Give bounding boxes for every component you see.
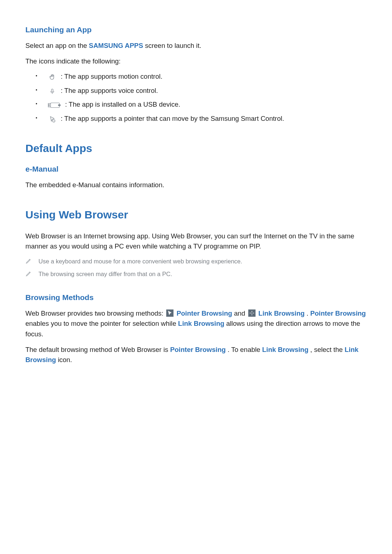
svg-point-9 xyxy=(250,312,250,313)
svg-point-6 xyxy=(53,119,55,122)
svg-point-8 xyxy=(252,314,252,315)
text: icon. xyxy=(58,356,72,364)
text: Select an app on the xyxy=(25,42,89,49)
list-item-text: : The app is installed on a USB device. xyxy=(65,100,180,108)
note-row: The browsing screen may differ from that… xyxy=(25,270,367,279)
svg-point-11 xyxy=(252,312,252,313)
svg-rect-0 xyxy=(52,89,53,92)
browsing-methods-p1: Web Browser provides two browsing method… xyxy=(25,308,367,340)
text: screen to launch it. xyxy=(145,42,201,49)
list-item-text: : The app supports a pointer that can mo… xyxy=(61,115,284,122)
text: Web Browser provides two browsing method… xyxy=(25,309,165,317)
term-link-browsing: Link Browsing xyxy=(258,309,305,317)
web-browser-text: Web Browser is an Internet browsing app.… xyxy=(25,231,367,252)
pointer-browsing-icon xyxy=(166,309,173,317)
mic-icon xyxy=(47,86,57,97)
note-text: The browsing screen may differ from that… xyxy=(38,270,367,279)
pointer-icon xyxy=(47,114,57,124)
text: The default browsing method of Web Brows… xyxy=(25,346,170,353)
list-item: : The app supports voice control. xyxy=(36,86,367,96)
link-browsing-icon xyxy=(248,309,256,317)
page: Launching an App Select an app on the SA… xyxy=(0,0,392,392)
hand-icon xyxy=(47,72,57,82)
heading-launching-an-app: Launching an App xyxy=(25,25,367,34)
list-item: : The app supports a pointer that can mo… xyxy=(36,114,367,124)
svg-point-10 xyxy=(253,312,254,313)
note-text: Use a keyboard and mouse for a more conv… xyxy=(38,257,367,266)
usb-icon xyxy=(47,100,62,110)
note-row: Use a keyboard and mouse for a more conv… xyxy=(25,257,367,266)
term-pointer-browsing: Pointer Browsing xyxy=(170,346,226,353)
heading-default-apps: Default Apps xyxy=(25,142,367,155)
pencil-icon xyxy=(25,270,33,278)
link-samsung-apps: SAMSUNG APPS xyxy=(89,42,143,49)
list-item-text: : The app supports motion control. xyxy=(61,73,162,80)
term-link-browsing: Link Browsing xyxy=(262,346,308,353)
text: . To enable xyxy=(228,346,262,353)
launching-intro: Select an app on the SAMSUNG APPS screen… xyxy=(25,41,367,51)
term-pointer-browsing: Pointer Browsing xyxy=(176,309,232,317)
icons-intro: The icons indicate the following: xyxy=(25,56,367,67)
text: . xyxy=(306,309,310,317)
browsing-methods-p2: The default browsing method of Web Brows… xyxy=(25,345,367,365)
text: and xyxy=(234,309,247,317)
term-link-browsing: Link Browsing xyxy=(178,320,224,327)
pencil-icon xyxy=(25,258,33,266)
heading-e-manual: e-Manual xyxy=(25,165,367,173)
heading-browsing-methods: Browsing Methods xyxy=(25,293,367,302)
svg-rect-5 xyxy=(58,104,61,106)
e-manual-text: The embedded e-Manual contains informati… xyxy=(25,180,367,190)
svg-point-7 xyxy=(252,311,252,312)
text: , select the xyxy=(310,346,345,353)
text: enables you to move the pointer for sele… xyxy=(25,320,178,327)
list-item: : The app supports motion control. xyxy=(36,71,367,82)
heading-using-web-browser: Using Web Browser xyxy=(25,209,367,221)
list-item-text: : The app supports voice control. xyxy=(61,87,158,94)
term-pointer-browsing: Pointer Browsing xyxy=(310,309,366,317)
list-item: : The app is installed on a USB device. xyxy=(36,99,367,110)
icon-meaning-list: : The app supports motion control. : The… xyxy=(25,71,367,124)
